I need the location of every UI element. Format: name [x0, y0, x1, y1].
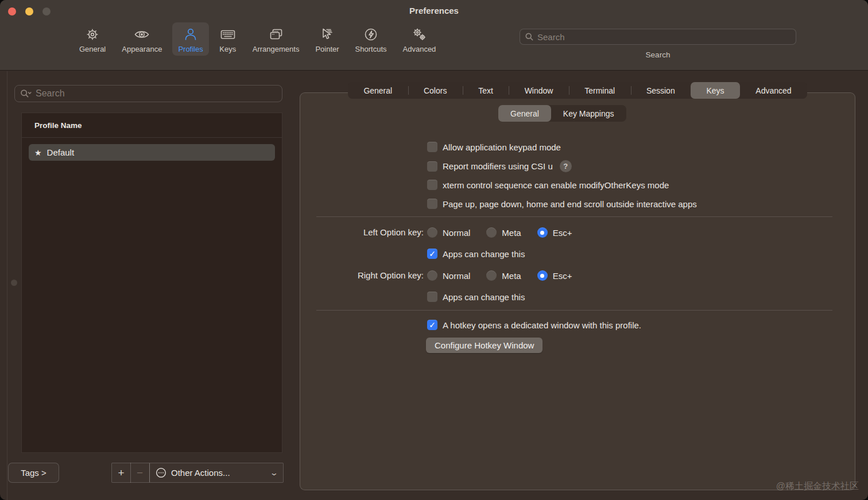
tab-keys[interactable]: Keys — [691, 82, 740, 99]
radio-label: Esc+ — [553, 271, 572, 281]
checkbox-label: xterm control sequence can enable modify… — [443, 180, 669, 190]
page-scroll-checkbox[interactable]: ✓ — [427, 199, 437, 209]
split-divider[interactable] — [7, 71, 7, 500]
titlebar: Preferences General Appearance Profiles — [0, 0, 868, 71]
tab-text[interactable]: Text — [463, 82, 509, 99]
modify-other-keys-checkbox[interactable]: ✓ — [427, 180, 437, 190]
profile-list-header: Profile Name — [22, 113, 282, 138]
tab-window[interactable]: Window — [509, 82, 569, 99]
tab-terminal[interactable]: Terminal — [569, 82, 631, 99]
gear-icon — [84, 26, 101, 43]
profile-row-default[interactable]: ★ Default — [29, 144, 275, 161]
checkbox-label: Page up, page down, home and end scroll … — [443, 199, 697, 209]
profile-list: Profile Name ★ Default — [21, 113, 282, 453]
configure-hotkey-window-button[interactable]: Configure Hotkey Window — [426, 338, 542, 353]
right-apps-can-change-checkbox[interactable]: ✓ — [427, 292, 437, 302]
radio-label: Meta — [502, 228, 521, 238]
radio-label: Esc+ — [553, 228, 572, 238]
subtab-key-mappings[interactable]: Key Mappings — [551, 105, 626, 122]
toolbar-item-appearance[interactable]: Appearance — [116, 22, 168, 56]
radio-label: Normal — [443, 228, 470, 238]
toolbar-item-advanced[interactable]: Advanced — [397, 22, 442, 56]
toolbar-item-keys[interactable]: Keys — [214, 22, 242, 56]
left-apps-can-change-checkbox[interactable]: ✓ — [427, 249, 437, 259]
add-profile-button[interactable]: + — [111, 463, 131, 483]
separator — [316, 216, 832, 217]
search-icon — [525, 32, 534, 41]
checkmark-icon: ✓ — [429, 250, 436, 258]
toolbar-item-label: Appearance — [122, 45, 162, 53]
toolbar-item-label: Profiles — [178, 45, 203, 53]
checkmark-icon: ✓ — [429, 321, 436, 329]
star-icon: ★ — [34, 149, 42, 157]
window-title: Preferences — [0, 6, 868, 15]
toolbar-item-label: Pointer — [315, 45, 339, 53]
toolbar: General Appearance Profiles Keys — [73, 22, 441, 56]
toolbar-item-profiles[interactable]: Profiles — [172, 22, 208, 56]
hotkey-window-checkbox[interactable]: ✓ — [427, 320, 437, 330]
split-divider-handle[interactable] — [11, 280, 17, 286]
tab-colors[interactable]: Colors — [408, 82, 463, 99]
help-icon[interactable]: ? — [560, 160, 572, 172]
right-option-esc-radio[interactable] — [537, 270, 548, 281]
profile-search-input[interactable] — [36, 88, 277, 99]
toolbar-item-pointer[interactable]: Pointer — [309, 22, 344, 56]
tags-button[interactable]: Tags > — [8, 463, 59, 483]
watermark: @稀土掘金技术社区 — [776, 480, 859, 493]
csi-u-checkbox[interactable]: ✓ — [427, 161, 437, 172]
tab-label: Window — [525, 86, 553, 95]
gears-icon — [410, 26, 428, 43]
other-actions-label: Other Actions... — [171, 468, 230, 478]
toolbar-item-arrangements[interactable]: Arrangements — [247, 22, 305, 56]
subtab-label: General — [510, 109, 539, 118]
toolbar-item-label: General — [79, 45, 106, 53]
other-actions-dropdown[interactable]: Other Actions... ⌄ — [149, 463, 284, 483]
scoped-search-icon — [20, 89, 32, 99]
profile-name: Default — [47, 148, 75, 157]
tab-label: Terminal — [584, 86, 615, 95]
profile-search-field[interactable] — [14, 85, 282, 102]
checkbox-row: ✓ Apps can change this — [427, 292, 525, 302]
separator — [316, 310, 832, 311]
toolbar-item-label: Arrangements — [253, 45, 300, 53]
toolbar-item-shortcuts[interactable]: Shortcuts — [350, 22, 393, 56]
tab-session[interactable]: Session — [631, 82, 691, 99]
checkbox-label: Report modifiers using CSI u — [443, 161, 553, 171]
left-option-normal-radio[interactable] — [427, 227, 437, 238]
checkbox-label: Apps can change this — [443, 249, 525, 259]
tab-label: Session — [646, 86, 675, 95]
search-input[interactable] — [537, 32, 791, 42]
tab-label: General — [363, 86, 392, 95]
subtab-general[interactable]: General — [498, 105, 551, 122]
tab-label: Text — [478, 86, 493, 95]
checkbox-label: A hotkey opens a dedicated window with t… — [443, 320, 641, 330]
tab-general[interactable]: General — [348, 82, 408, 99]
checkbox-row: ✓ Page up, page down, home and end scrol… — [427, 199, 697, 209]
profile-tabbar: General Colors Text Window Terminal Sess… — [348, 82, 807, 99]
checkbox-row: ✓ xterm control sequence can enable modi… — [427, 180, 669, 190]
keys-subtabbar: General Key Mappings — [498, 105, 626, 122]
left-option-esc-radio[interactable] — [537, 227, 548, 238]
checkbox-row: ✓ Report modifiers using CSI u ? — [427, 160, 572, 172]
right-option-normal-radio[interactable] — [427, 270, 437, 281]
toolbar-search-caption: Search — [520, 51, 796, 59]
toolbar-item-label: Shortcuts — [355, 45, 387, 53]
subtab-label: Key Mappings — [563, 109, 614, 118]
tab-advanced[interactable]: Advanced — [740, 82, 807, 99]
right-option-meta-radio[interactable] — [486, 270, 497, 281]
left-option-meta-radio[interactable] — [486, 227, 497, 238]
toolbar-item-label: Keys — [219, 45, 236, 53]
toolbar-item-general[interactable]: General — [73, 22, 111, 56]
toolbar-search-field[interactable] — [520, 29, 796, 45]
remove-profile-button[interactable]: − — [130, 463, 150, 483]
checkbox-label: Apps can change this — [443, 292, 525, 302]
tab-label: Colors — [424, 86, 447, 95]
radio-label: Normal — [443, 271, 470, 281]
preferences-window: Preferences General Appearance Profiles — [0, 0, 868, 500]
checkbox-row: ✓ A hotkey opens a dedicated window with… — [427, 320, 641, 330]
chevron-down-icon: ⌄ — [270, 468, 278, 477]
radio-label: Meta — [502, 271, 521, 281]
left-option-key-label: Left Option key: — [276, 227, 424, 237]
checkbox-row: ✓ Allow application keypad mode — [427, 142, 561, 152]
keypad-mode-checkbox[interactable]: ✓ — [427, 142, 437, 152]
